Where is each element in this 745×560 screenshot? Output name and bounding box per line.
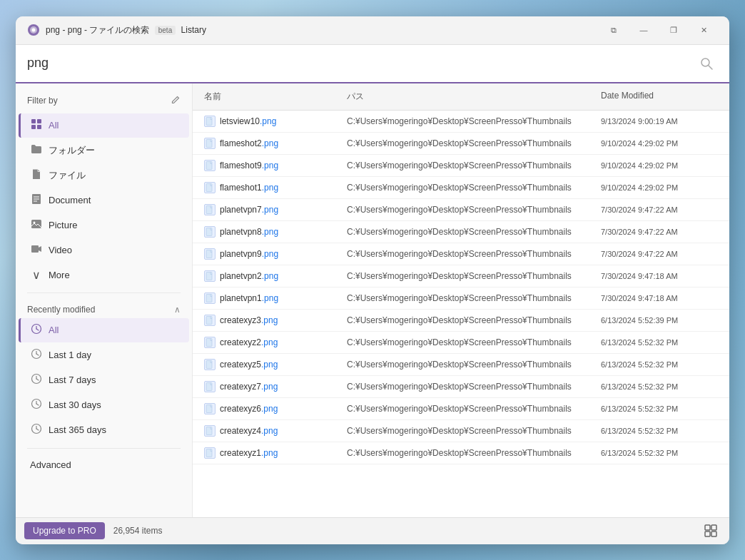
table-row[interactable]: planetvpn9.png C:¥Users¥mogeringo¥Deskto… <box>193 243 729 265</box>
svg-line-24 <box>36 379 39 380</box>
file-type-icon <box>204 447 216 459</box>
file-date: 6/13/2024 5:52:32 PM <box>601 404 678 413</box>
file-type-icon <box>204 204 216 215</box>
svg-rect-32 <box>206 139 212 147</box>
filter-by-label: Filter by <box>27 96 58 106</box>
file-name: flameshot9.png <box>220 161 278 170</box>
search-button[interactable] <box>695 52 718 75</box>
all-time-label: All <box>49 325 59 335</box>
sidebar-item-last30days[interactable]: Last 30 days <box>19 393 189 417</box>
table-row[interactable]: createxyz2.png C:¥Users¥mogeringo¥Deskto… <box>193 332 729 354</box>
table-row[interactable]: planetvpn7.png C:¥Users¥mogeringo¥Deskto… <box>193 199 729 221</box>
all-icon <box>30 118 43 133</box>
table-row[interactable]: planetvpn2.png C:¥Users¥mogeringo¥Deskto… <box>193 265 729 287</box>
table-row[interactable]: flameshot2.png C:¥Users¥mogeringo¥Deskto… <box>193 133 729 155</box>
cell-path: C:¥Users¥mogeringo¥Desktop¥ScreenPresso¥… <box>341 310 595 330</box>
cell-path: C:¥Users¥mogeringo¥Desktop¥ScreenPresso¥… <box>341 244 595 264</box>
all-label: All <box>49 120 59 131</box>
video-icon <box>30 243 43 258</box>
file-name: createxyz2.png <box>220 337 278 347</box>
col-header-name[interactable]: 名前 <box>198 83 341 110</box>
file-path: C:¥Users¥mogeringo¥Desktop¥ScreenPresso¥… <box>347 183 572 193</box>
cell-name: flameshot2.png <box>198 133 341 154</box>
cell-date: 7/30/2024 9:47:22 AM <box>595 245 724 263</box>
table-row[interactable]: letsview10.png C:¥Users¥mogeringo¥Deskto… <box>193 111 729 133</box>
content-area: 名前 パス Date Modified letsview10.png C:¥Us… <box>193 83 729 517</box>
cell-name: createxyz6.png <box>198 398 341 419</box>
cell-date: 6/13/2024 5:52:32 PM <box>595 444 724 462</box>
cell-date: 6/13/2024 5:52:32 PM <box>595 377 724 396</box>
file-path: C:¥Users¥mogeringo¥Desktop¥ScreenPresso¥… <box>347 116 572 126</box>
document-icon <box>30 193 43 208</box>
sidebar-item-document[interactable]: Document <box>19 188 189 213</box>
file-name: createxyz3.png <box>220 315 278 325</box>
svg-rect-37 <box>206 250 212 258</box>
minimize-button[interactable]: — <box>629 19 658 41</box>
sidebar-item-last7days[interactable]: Last 7 days <box>19 368 189 392</box>
recently-modified-chevron: ∧ <box>174 305 181 315</box>
search-input[interactable] <box>27 56 695 71</box>
svg-rect-46 <box>206 449 212 457</box>
file-name: createxyz1.png <box>220 448 278 458</box>
advanced-label: Advanced <box>30 459 71 470</box>
cell-date: 6/13/2024 5:52:39 PM <box>595 311 724 330</box>
col-header-date[interactable]: Date Modified <box>595 83 724 110</box>
file-date: 6/13/2024 5:52:32 PM <box>601 382 678 391</box>
svg-rect-31 <box>206 117 212 125</box>
file-type-icon <box>204 116 216 127</box>
svg-rect-34 <box>206 183 212 191</box>
file-name: planetvpn7.png <box>220 205 278 215</box>
sidebar-item-more[interactable]: ∨ More <box>19 263 189 287</box>
svg-point-2 <box>32 29 36 32</box>
sidebar-item-last365days[interactable]: Last 365 days <box>19 418 189 442</box>
table-row[interactable]: planetvpn8.png C:¥Users¥mogeringo¥Deskto… <box>193 221 729 243</box>
svg-line-27 <box>36 404 39 405</box>
main-area: Filter by All <box>16 83 729 517</box>
table-row[interactable]: flameshot1.png C:¥Users¥mogeringo¥Deskto… <box>193 177 729 199</box>
table-row[interactable]: createxyz1.png C:¥Users¥mogeringo¥Deskto… <box>193 442 729 464</box>
cell-path: C:¥Users¥mogeringo¥Desktop¥ScreenPresso¥… <box>341 355 595 375</box>
sidebar-item-file[interactable]: ファイル <box>19 163 189 188</box>
file-path: C:¥Users¥mogeringo¥Desktop¥ScreenPresso¥… <box>347 293 572 303</box>
table-row[interactable]: createxyz4.png C:¥Users¥mogeringo¥Deskto… <box>193 420 729 442</box>
sidebar-item-all[interactable]: All <box>19 113 189 138</box>
cell-name: createxyz4.png <box>198 420 341 442</box>
svg-rect-35 <box>206 205 212 213</box>
sidebar-item-picture[interactable]: Picture <box>19 213 189 238</box>
layout-button[interactable] <box>701 521 721 541</box>
sidebar-item-advanced[interactable]: Advanced <box>19 454 189 475</box>
file-type-icon <box>204 337 216 348</box>
sidebar-item-last1day[interactable]: Last 1 day <box>19 343 189 367</box>
close-button[interactable]: ✕ <box>689 19 718 41</box>
table-row[interactable]: flameshot9.png C:¥Users¥mogeringo¥Deskto… <box>193 155 729 177</box>
cell-name: planetvpn8.png <box>198 221 341 243</box>
cell-date: 9/13/2024 9:00:19 AM <box>595 112 724 131</box>
cell-path: C:¥Users¥mogeringo¥Desktop¥ScreenPresso¥… <box>341 443 595 463</box>
app-name-title: Listary <box>181 25 206 35</box>
table-row[interactable]: createxyz7.png C:¥Users¥mogeringo¥Deskto… <box>193 376 729 398</box>
sidebar-item-folder[interactable]: フォルダー <box>19 138 189 163</box>
table-header: 名前 パス Date Modified <box>193 83 729 111</box>
file-date: 9/10/2024 4:29:02 PM <box>601 161 678 170</box>
sidebar-item-all-time[interactable]: All <box>19 318 189 342</box>
table-row[interactable]: createxyz5.png C:¥Users¥mogeringo¥Deskto… <box>193 354 729 376</box>
table-row[interactable]: createxyz3.png C:¥Users¥mogeringo¥Deskto… <box>193 310 729 332</box>
svg-rect-40 <box>206 316 212 324</box>
maximize-button[interactable]: ⧉ <box>599 19 628 41</box>
cell-name: planetvpn2.png <box>198 265 341 287</box>
chevron-down-icon: ∨ <box>30 268 43 282</box>
col-header-path[interactable]: パス <box>341 83 595 110</box>
svg-rect-38 <box>206 272 212 280</box>
sidebar-item-video[interactable]: Video <box>19 238 189 263</box>
svg-rect-45 <box>206 427 212 434</box>
upgrade-button[interactable]: Upgrade to PRO <box>24 522 105 539</box>
file-name: planetvpn9.png <box>220 249 278 259</box>
table-row[interactable]: planetvpn1.png C:¥Users¥mogeringo¥Deskto… <box>193 287 729 310</box>
file-name: planetvpn2.png <box>220 271 278 281</box>
restore-button[interactable]: ❐ <box>659 19 688 41</box>
edit-icon[interactable] <box>171 95 181 107</box>
svg-rect-41 <box>206 338 212 346</box>
video-label: Video <box>49 245 72 255</box>
clock-1day-icon <box>30 348 43 362</box>
table-row[interactable]: createxyz6.png C:¥Users¥mogeringo¥Deskto… <box>193 398 729 420</box>
